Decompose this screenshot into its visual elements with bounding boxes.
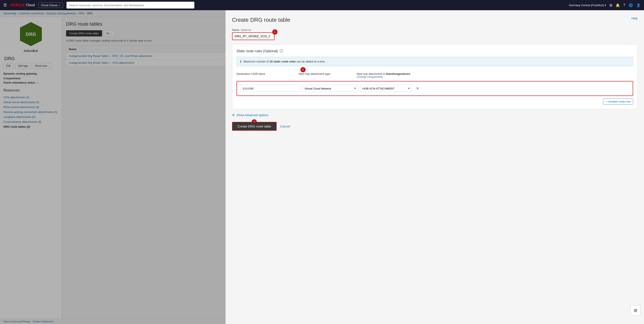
- help-question-icon[interactable]: ?: [623, 3, 625, 7]
- remove-rule-button[interactable]: ✕: [415, 86, 420, 91]
- attachment-header: Next hop attachment in IwanHoogendoorn (…: [357, 72, 633, 80]
- rule-inputs-row: Virtual Cloud Network Dynamic Routing Ga…: [240, 85, 629, 92]
- name-field-wrapper: 1: [232, 32, 274, 40]
- help-widget[interactable]: ⊞: [630, 305, 640, 316]
- name-label-text: Name: [232, 28, 240, 32]
- region-label: Germany Central (Frankfurt): [569, 4, 604, 7]
- destination-cidr-input[interactable]: [240, 85, 300, 92]
- top-navigation: ☰ ORACLE Cloud Cloud Classic > Germany C…: [0, 0, 644, 10]
- static-route-rules-section: Static route rules (Optional) ⓘ ℹ Maximu…: [232, 44, 638, 109]
- dest-cidr-header: Destination CIDR block: [236, 72, 296, 80]
- cancel-button[interactable]: Cancel: [280, 124, 290, 128]
- step-1-badge: 1: [272, 30, 278, 34]
- info-banner: ℹ Maximum number of 15 static route rule…: [236, 57, 633, 66]
- route-rule-container: Virtual Cloud Network Dynamic Routing Ga…: [236, 81, 633, 96]
- next-hop-attachment-select[interactable]: HUB-VCN-ATTACHMENT: [360, 85, 412, 92]
- column-headers: Destination CIDR block Next hop attachme…: [236, 72, 633, 80]
- static-rules-title: Static route rules (Optional) ⓘ: [236, 49, 633, 53]
- info-circle-icon: ⓘ: [280, 49, 283, 53]
- static-rules-title-text: Static route rules (Optional): [236, 49, 278, 53]
- hamburger-menu[interactable]: ☰: [4, 3, 7, 8]
- name-input[interactable]: [232, 32, 274, 40]
- console-icon[interactable]: ⊞: [610, 3, 612, 7]
- info-text: Maximum number of 15 static route rules …: [244, 60, 326, 63]
- create-drg-route-table-panel: Create DRG route table Help Name Optiona…: [226, 10, 644, 324]
- advanced-options-label: Show Advanced options: [236, 114, 268, 117]
- language-globe-icon[interactable]: 🌐: [629, 3, 633, 7]
- add-rule-container: + Another route rule: [236, 98, 633, 105]
- create-drg-table-submit-button[interactable]: Create DRG route table: [232, 122, 277, 131]
- nav-right: Germany Central (Frankfurt) ▾ ⊞ 🔔 ? 🌐 👤: [569, 3, 640, 7]
- cloud-classic-button[interactable]: Cloud Classic >: [38, 2, 63, 8]
- info-icon: ℹ: [240, 60, 242, 64]
- name-optional-text: Optional: [240, 28, 251, 32]
- create-button-wrapper: 3 Create DRG route table: [232, 122, 277, 131]
- route-rule-wrapper: 2 Destination CIDR block Next hop attach…: [236, 70, 633, 96]
- notification-bell-icon[interactable]: 🔔: [616, 3, 620, 7]
- help-link[interactable]: Help: [632, 17, 638, 20]
- name-label: Name Optional: [232, 28, 638, 32]
- search-input[interactable]: [66, 2, 194, 8]
- advanced-options-icon: ⚙: [232, 114, 235, 117]
- next-hop-attachment-type-select[interactable]: Virtual Cloud Network Dynamic Routing Ga…: [302, 85, 358, 92]
- modal-header: Create DRG route table Help: [232, 17, 638, 23]
- step-2-badge: 2: [300, 67, 306, 72]
- oracle-logo: ORACLE Cloud: [10, 3, 35, 7]
- oracle-logo-text: ORACLE: [10, 3, 25, 7]
- add-route-rule-button[interactable]: + Another route rule: [603, 98, 633, 105]
- oracle-cloud-text: Cloud: [26, 3, 35, 7]
- attachment-header-text: Next hop attachment in IwanHoogendoorn: [357, 72, 633, 76]
- help-widget-icon: ⊞: [634, 308, 638, 313]
- region-selector[interactable]: Germany Central (Frankfurt) ▾: [569, 4, 606, 7]
- next-hop-header: Next hop attachment type: [299, 72, 354, 80]
- change-compartment-link[interactable]: (Change compartment): [357, 76, 633, 78]
- modal-title: Create DRG route table: [232, 17, 290, 23]
- modal-overlay: Create DRG route table Help Name Optiona…: [0, 10, 644, 324]
- modal-footer: 3 Create DRG route table Cancel: [232, 122, 638, 131]
- rule-columns-header: 2: [236, 70, 633, 72]
- region-chevron-icon: ▾: [604, 4, 606, 7]
- user-profile-icon[interactable]: 👤: [636, 3, 640, 7]
- name-form-group: Name Optional 1: [232, 28, 638, 40]
- show-advanced-options-link[interactable]: ⚙ Show Advanced options: [232, 114, 638, 117]
